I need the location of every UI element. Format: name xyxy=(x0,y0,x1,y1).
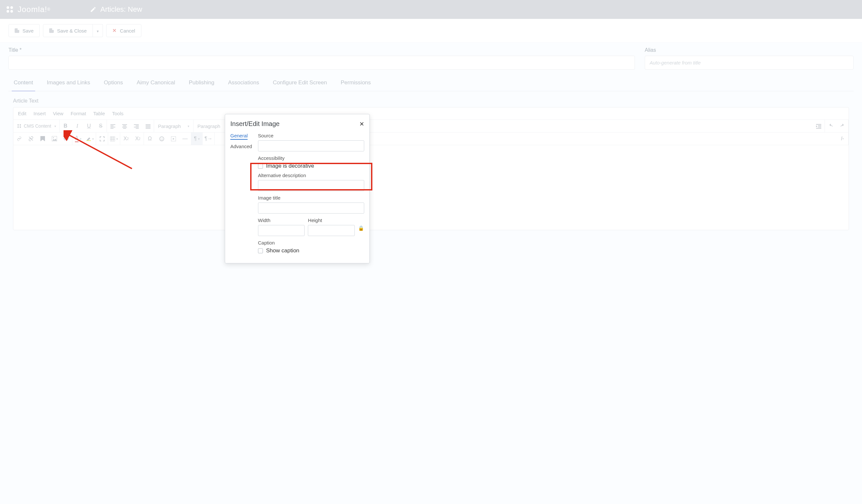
alt-desc-input[interactable] xyxy=(258,180,364,191)
editor-menubar: Edit Insert View Format Table Tools xyxy=(13,107,849,120)
alias-label: Alias xyxy=(645,47,853,53)
align-justify-button[interactable] xyxy=(142,120,154,132)
menu-insert[interactable]: Insert xyxy=(34,111,46,116)
fullscreen-button[interactable] xyxy=(96,133,108,145)
save-label: Save xyxy=(23,28,34,34)
tab-images-links[interactable]: Images and Links xyxy=(45,79,92,92)
dialog-tab-general[interactable]: General xyxy=(230,132,248,140)
block-format-select1[interactable]: Paragraph▾ xyxy=(154,120,193,132)
dialog-title: Insert/Edit Image xyxy=(230,120,279,128)
decorative-checkbox[interactable] xyxy=(258,164,263,169)
svg-point-6 xyxy=(17,126,19,128)
svg-point-9 xyxy=(53,137,54,138)
strike-button[interactable]: S xyxy=(95,120,106,132)
width-label: Width xyxy=(258,217,305,223)
text-color-button[interactable]: A▾ xyxy=(72,133,84,145)
title-label: Title * xyxy=(9,47,635,53)
bookmark-button[interactable] xyxy=(37,133,49,145)
title-input[interactable] xyxy=(9,56,635,70)
lock-icon[interactable]: 🔒 xyxy=(358,225,364,231)
alias-input[interactable] xyxy=(645,56,853,70)
chevron-down-icon xyxy=(97,28,99,34)
align-right-button[interactable] xyxy=(130,120,142,132)
source-input[interactable] xyxy=(258,140,364,151)
save-close-button[interactable]: Save & Close xyxy=(43,24,93,37)
bg-color-button[interactable]: ▾ xyxy=(84,133,96,145)
bold-button[interactable]: B xyxy=(60,120,71,132)
svg-point-12 xyxy=(159,136,164,141)
hr-button[interactable]: — xyxy=(179,133,191,145)
superscript-button[interactable]: X2 xyxy=(132,133,144,145)
image-title-label: Image title xyxy=(258,195,364,201)
chevron-down-icon: ▾ xyxy=(198,137,200,141)
tab-configure-edit[interactable]: Configure Edit Screen xyxy=(271,79,329,92)
width-input[interactable] xyxy=(258,225,305,236)
save-close-dropdown[interactable] xyxy=(93,24,103,37)
table-button[interactable]: ▾ xyxy=(108,133,120,145)
chevron-down-icon: ▾ xyxy=(188,124,189,128)
accessibility-label: Accessibility xyxy=(258,155,364,161)
tab-associations[interactable]: Associations xyxy=(226,79,261,92)
dialog-tab-advanced[interactable]: Advanced xyxy=(230,143,252,150)
cms-content-button[interactable]: CMS Content ▾ xyxy=(13,120,59,132)
save-icon xyxy=(49,28,54,33)
menu-format[interactable]: Format xyxy=(71,111,86,116)
clear-format-button[interactable]: I× xyxy=(837,133,848,145)
tab-options[interactable]: Options xyxy=(102,79,125,92)
form-area: Title * Alias xyxy=(0,43,862,70)
align-left-button[interactable] xyxy=(107,120,119,132)
height-input[interactable] xyxy=(308,225,355,236)
underline-button[interactable]: U xyxy=(83,120,95,132)
brand-text: Joomla! xyxy=(17,5,47,14)
menu-tools[interactable]: Tools xyxy=(112,111,123,116)
chevron-down-icon: ▾ xyxy=(80,137,81,141)
page-title-wrap: Articles: New xyxy=(90,5,142,14)
tab-permissions[interactable]: Permissions xyxy=(339,79,373,92)
svg-point-14 xyxy=(162,138,162,138)
media-button[interactable] xyxy=(168,133,179,145)
page-title: Articles: New xyxy=(100,5,142,14)
svg-point-13 xyxy=(161,138,161,138)
image-title-input[interactable] xyxy=(258,202,364,214)
subscript-button[interactable]: X2 xyxy=(120,133,132,145)
svg-point-4 xyxy=(17,124,19,126)
svg-point-2 xyxy=(6,10,9,13)
dialog-close-button[interactable]: ✕ xyxy=(359,120,364,128)
italic-button[interactable]: I xyxy=(71,120,83,132)
action-toolbar: Save Save & Close ✕ Cancel xyxy=(0,19,862,43)
tab-content[interactable]: Content xyxy=(12,79,35,92)
emoji-button[interactable] xyxy=(156,133,168,145)
code-button[interactable] xyxy=(60,133,72,145)
image-dialog: Insert/Edit Image ✕ General Advanced Sou… xyxy=(225,114,370,237)
cancel-label: Cancel xyxy=(120,28,135,34)
redo-button[interactable] xyxy=(837,120,848,132)
editor-content-area[interactable] xyxy=(13,145,849,230)
paragraph-marks-button[interactable]: ¶▾ xyxy=(191,133,203,145)
save-button[interactable]: Save xyxy=(9,24,40,37)
save-close-group: Save & Close xyxy=(43,24,103,37)
cancel-button[interactable]: ✕ Cancel xyxy=(106,24,141,37)
chevron-down-icon: ▾ xyxy=(116,137,118,141)
special-char-button[interactable]: Ω xyxy=(144,133,156,145)
ltr-rtl-button[interactable]: ¶→ xyxy=(203,133,214,145)
brand: Joomla!® xyxy=(5,5,90,14)
menu-view[interactable]: View xyxy=(53,111,63,116)
indent-button[interactable] xyxy=(813,120,824,132)
image-button[interactable] xyxy=(49,133,60,145)
unlink-button[interactable] xyxy=(25,133,37,145)
alt-desc-label: Alternative description xyxy=(258,173,364,178)
chevron-down-icon: ▾ xyxy=(92,137,94,141)
align-center-button[interactable] xyxy=(119,120,130,132)
link-button[interactable] xyxy=(13,133,25,145)
editor-box: Edit Insert View Format Table Tools CMS … xyxy=(13,107,849,230)
chevron-down-icon: ▾ xyxy=(54,124,56,128)
topbar: Joomla!® Articles: New xyxy=(0,0,862,19)
close-icon: ✕ xyxy=(113,28,117,34)
save-close-label: Save & Close xyxy=(57,28,87,34)
tab-publishing[interactable]: Publishing xyxy=(187,79,216,92)
menu-table[interactable]: Table xyxy=(93,111,105,116)
menu-edit[interactable]: Edit xyxy=(18,111,26,116)
undo-button[interactable] xyxy=(825,120,837,132)
decorative-label: Image is decorative xyxy=(266,163,314,169)
tab-aimy-canonical[interactable]: Aimy Canonical xyxy=(134,79,177,92)
